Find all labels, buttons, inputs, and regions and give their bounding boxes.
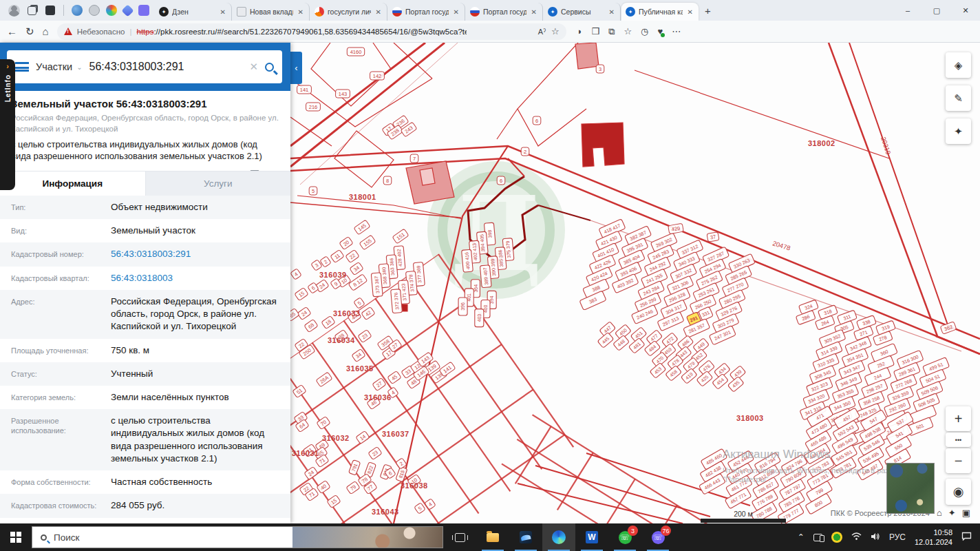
app-whatsapp[interactable]: ☏3 [608, 523, 641, 551]
extension-gray-icon[interactable] [89, 5, 100, 16]
task-view-button[interactable] [443, 523, 476, 551]
parcel-label[interactable]: 51 [292, 384, 306, 397]
copilot-icon[interactable]: ◗ [577, 26, 583, 37]
parcel-label[interactable]: 5 [309, 187, 317, 195]
letinfo-arrow-icon[interactable]: › [6, 62, 9, 70]
zoom-out-button[interactable]: − [946, 448, 971, 473]
tab-Дзен[interactable]: ✦Дзен✕ [155, 3, 232, 21]
search-icon[interactable] [265, 63, 274, 72]
tab-close-icon[interactable]: ✕ [452, 8, 460, 16]
parcel-label[interactable]: 7 [410, 154, 418, 163]
home-icon[interactable]: ⌂ [937, 508, 942, 518]
read-aloud-icon[interactable]: Aˀ [538, 28, 546, 36]
split-screen-icon[interactable]: ❒ [592, 26, 600, 37]
parcel-label[interactable]: 3 [596, 65, 604, 73]
tab-Портал госуд[interactable]: Портал госуд✕ [466, 3, 543, 21]
tab-Информация[interactable]: Информация [0, 171, 146, 196]
parcel-label[interactable]: 45 [387, 371, 401, 384]
quarter-number-label[interactable]: 316031 [292, 449, 319, 457]
profile-avatar-icon[interactable] [8, 5, 20, 17]
back-button[interactable]: ← [7, 25, 17, 37]
zoom-in-button[interactable]: + [946, 406, 971, 431]
taskbar-clock[interactable]: 10:5812.01.2024 [915, 528, 952, 548]
tab-close-icon[interactable]: ✕ [374, 8, 383, 16]
refresh-button[interactable]: ↻ [25, 25, 34, 38]
quarter-number-label[interactable]: 318002 [808, 139, 835, 147]
parcel-label[interactable]: 27 [372, 377, 386, 391]
parcel-label[interactable]: 34 [352, 349, 365, 362]
parcel-label[interactable]: 5 [414, 503, 425, 514]
search-category-dropdown[interactable]: Участки ⌄ [36, 61, 83, 72]
parcel-label[interactable]: 4 [290, 269, 301, 280]
quarter-number-label[interactable]: 316039 [319, 271, 347, 279]
devices-icon[interactable] [813, 534, 822, 541]
extension-color-icon[interactable] [106, 5, 117, 16]
quarter-number-label[interactable]: 316032 [322, 434, 350, 442]
quarter-number-label[interactable]: 316033 [333, 309, 361, 318]
parcel-label[interactable]: 141 [297, 85, 312, 94]
parcel-label[interactable]: 20 [339, 236, 353, 249]
parcel-label[interactable]: 429 [668, 223, 684, 233]
minimize-button[interactable]: – [893, 0, 922, 21]
parcel-label[interactable]: 216 [306, 103, 321, 111]
favorites-bar-icon[interactable]: ☆ [624, 26, 632, 37]
tab-close-icon[interactable]: ✕ [297, 8, 305, 16]
cadastral-map[interactable]: ‹ Д418 417421 430401 410422 426420 42438… [290, 43, 980, 523]
app-edge[interactable] [542, 523, 575, 551]
wifi-icon[interactable] [851, 532, 862, 543]
tab-close-icon[interactable]: ✕ [608, 8, 616, 16]
parcel-label[interactable]: 142 [370, 72, 385, 80]
locate-button[interactable]: ✦ [946, 118, 971, 144]
info-value[interactable]: 56:43:0318003 [111, 272, 279, 284]
parcel-label[interactable]: 24 [297, 306, 311, 320]
collections-icon[interactable]: ⧉ [608, 26, 615, 37]
parcel-label[interactable]: 40 [317, 480, 330, 493]
parcel-label[interactable]: 151 [392, 229, 409, 244]
parcel-label[interactable]: 23 [368, 446, 382, 459]
notification-center-icon[interactable] [961, 532, 972, 543]
fullscreen-icon[interactable]: ▣ [962, 508, 970, 518]
tab-Услуги[interactable]: Услуги [146, 171, 291, 196]
parcel-label[interactable]: 2 [396, 458, 407, 469]
page-url[interactable]: https://pkk.rosreestr.ru/#/search/51.223… [136, 28, 467, 36]
start-button[interactable] [0, 523, 32, 551]
taskbar-search[interactable]: Поиск [32, 526, 443, 548]
workspaces-icon[interactable] [44, 5, 56, 17]
quarter-number-label[interactable]: 316038 [401, 481, 428, 490]
history-icon[interactable]: ◷ [641, 26, 648, 37]
close-button[interactable]: ✕ [951, 0, 980, 21]
app-explorer[interactable] [476, 523, 509, 551]
map-building[interactable] [582, 123, 624, 167]
parcel-label[interactable]: 11 [330, 249, 344, 262]
security-warning-icon[interactable] [64, 28, 72, 35]
letinfo-extension-tab[interactable]: › LetInfo [0, 59, 15, 190]
parcel-label[interactable]: 145 [354, 220, 370, 235]
settings-menu-icon[interactable]: ⋯ [672, 26, 681, 37]
new-tab-button[interactable]: + [705, 5, 711, 17]
tab-actions-icon[interactable] [26, 5, 38, 17]
extension-purple-icon[interactable] [138, 5, 149, 16]
minimap-thumbnail[interactable] [886, 463, 935, 514]
tray-chevron-icon[interactable]: ⌃ [798, 532, 805, 542]
parcel-label[interactable]: 2 [521, 147, 529, 156]
parcel-label[interactable]: 15 [327, 495, 341, 508]
maximize-button[interactable]: ▢ [922, 0, 951, 21]
parcel-label[interactable]: 14 [356, 430, 370, 444]
parcel-label[interactable]: 18 [321, 315, 335, 329]
quarter-number-label[interactable]: 316035 [346, 364, 374, 373]
parcel-label[interactable]: 4160 [347, 48, 364, 56]
app-mail[interactable] [509, 523, 542, 551]
news-widget-image[interactable] [292, 527, 443, 548]
tab-Новая вкладк[interactable]: Новая вкладк✕ [233, 3, 310, 21]
quarter-number-label[interactable]: 318003 [736, 414, 764, 422]
clear-search-icon[interactable]: ✕ [249, 61, 258, 73]
home-button[interactable]: ⌂ [43, 25, 49, 37]
volume-icon[interactable] [871, 532, 880, 543]
parcel-label[interactable]: 8 12 [348, 274, 368, 291]
parcel-label[interactable]: 4 [425, 499, 436, 510]
parcel-label[interactable]: 23 [358, 329, 372, 342]
tab-Сервисы[interactable]: ✦Сервисы✕ [544, 3, 621, 21]
parcel-label[interactable]: 68 [304, 319, 318, 332]
zoom-options-button[interactable]: ••• [946, 433, 971, 447]
map-building[interactable] [420, 168, 435, 185]
